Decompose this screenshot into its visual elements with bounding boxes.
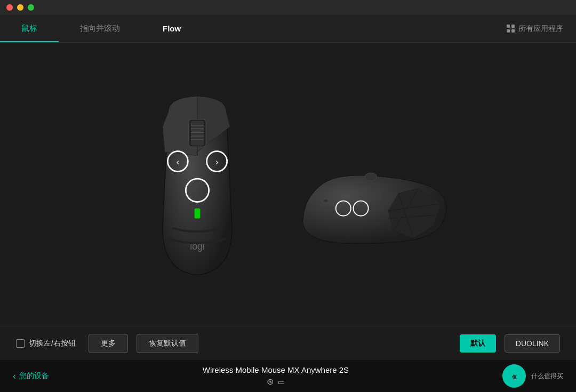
svg-rect-1 (191, 121, 204, 145)
duolink-button[interactable]: DUOLINK (505, 334, 560, 353)
device-icons: ⊛ ▭ (267, 377, 285, 387)
mouse-display-area: ‹ › logi (11, 53, 565, 315)
site-label: 什么值得买 (531, 372, 563, 381)
usb-icon: ▭ (278, 378, 285, 386)
bottom-bar: 切换左/右按钮 更多 恢复默认值 默认 DUOLINK (0, 326, 576, 360)
minimize-button[interactable] (17, 4, 23, 11)
svg-point-18 (365, 173, 377, 181)
footer: ‹ 您的设备 Wireless Mobile Mouse MX Anywhere… (0, 360, 576, 392)
svg-text:值: 值 (511, 374, 517, 380)
tabbar: 鼠标 指向并滚动 Flow 所有应用程序 (0, 15, 576, 43)
site-logo: 值 (502, 364, 526, 388)
svg-rect-12 (195, 208, 201, 218)
all-apps-button[interactable]: 所有应用程序 (494, 24, 576, 34)
footer-center: Wireless Mobile Mouse MX Anywhere 2S ⊛ ▭ (49, 365, 502, 387)
device-name: Wireless Mobile Mouse MX Anywhere 2S (203, 365, 349, 374)
back-arrow-icon: ‹ (13, 371, 16, 382)
swap-buttons-label: 切换左/右按钮 (29, 339, 76, 348)
close-button[interactable] (6, 4, 13, 11)
default-button[interactable]: 默认 (460, 334, 496, 353)
swap-buttons-checkbox-area[interactable]: 切换左/右按钮 (16, 339, 76, 348)
swap-buttons-checkbox[interactable] (16, 339, 25, 348)
more-button[interactable]: 更多 (89, 334, 128, 353)
mouse-front-image: ‹ › logi (123, 83, 272, 286)
svg-text:›: › (215, 157, 218, 166)
back-button[interactable]: ‹ 您的设备 (13, 371, 49, 382)
tab-pointing[interactable]: 指向并滚动 (59, 15, 141, 42)
back-label: 您的设备 (19, 371, 49, 381)
maximize-button[interactable] (28, 4, 34, 11)
main-content: ‹ › logi (0, 43, 576, 326)
grid-icon (507, 25, 515, 33)
tab-flow[interactable]: Flow (141, 15, 202, 42)
tab-mouse[interactable]: 鼠标 (0, 15, 59, 42)
mouse-side-image (293, 147, 453, 265)
titlebar (0, 0, 576, 15)
svg-text:‹: ‹ (177, 157, 179, 166)
footer-right[interactable]: 值 什么值得买 (502, 364, 563, 388)
restore-defaults-button[interactable]: 恢复默认值 (137, 334, 198, 353)
bluetooth-icon: ⊛ (267, 377, 274, 387)
